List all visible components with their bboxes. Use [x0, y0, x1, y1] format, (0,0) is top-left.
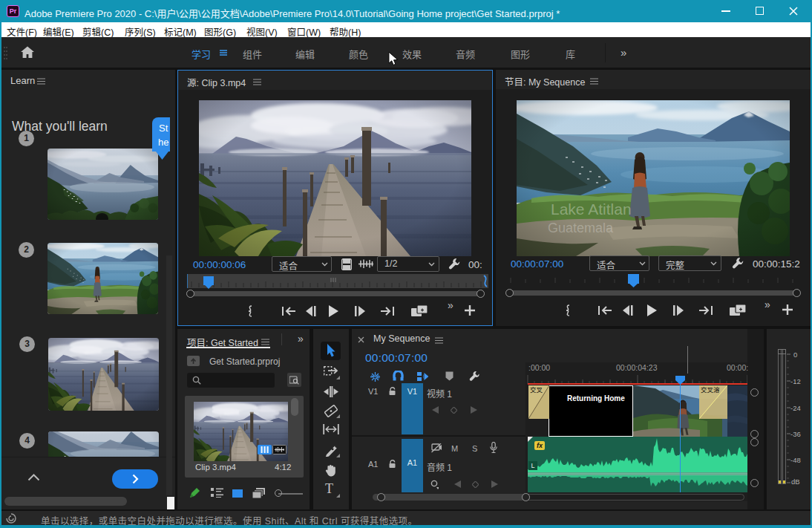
svg-text:交叉: 交叉 — [530, 385, 543, 394]
svg-text:交叉溶: 交叉溶 — [701, 385, 720, 394]
